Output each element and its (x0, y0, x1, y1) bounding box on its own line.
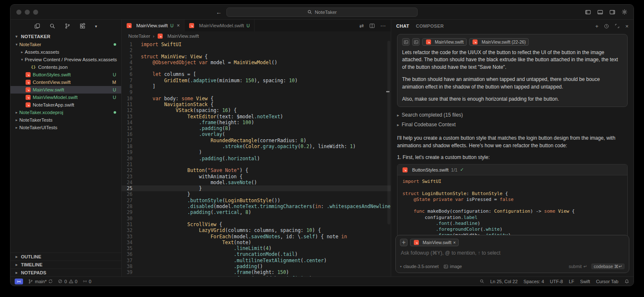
zoom-window-button[interactable] (33, 10, 38, 15)
tree-item-notetaker[interactable]: ▾NoteTaker (10, 41, 121, 48)
section-outline[interactable]: ▸OUTLINE (10, 253, 121, 261)
tree-item-notetakerapp-swift[interactable]: NoteTakerApp.swift (10, 101, 121, 109)
code-line-28[interactable]: 28 .disabled(model.noteText.trimmingChar… (122, 203, 391, 209)
code-line-10[interactable]: 10 var body: some View { (122, 96, 391, 102)
split-editor-icon[interactable] (369, 23, 375, 29)
open-changes-icon[interactable]: ⇄ (359, 23, 364, 29)
tab-composer[interactable]: COMPOSER (416, 23, 444, 29)
encoding-indicator[interactable]: UTF-8 (550, 279, 563, 284)
settings-gear-icon[interactable] (621, 9, 628, 15)
toggle-left-panel-icon[interactable] (585, 9, 591, 15)
git-branch-indicator[interactable]: main* (28, 279, 53, 284)
attachment-pill-mainview-swift-22-26[interactable]: MainView.swift (22-26) (469, 38, 529, 46)
cursor-position-indicator[interactable]: Ln 25, Col 22 (490, 279, 517, 284)
code-line-12[interactable]: 12 VStack(spacing: 16) { (122, 107, 391, 113)
code-line-18[interactable]: 18 .stroke(Color.gray.opacity(0.2), line… (122, 143, 391, 149)
code-line-40[interactable]: 40 .frame(maxWidth: .infinity) (122, 276, 391, 276)
remote-indicator[interactable]: >< (15, 279, 23, 284)
breadcrumb-file[interactable]: MainView.swift (167, 34, 199, 39)
chat-input-placeholder[interactable]: Ask followup (⌘Y), @ to mention, ↑ to se… (401, 250, 625, 256)
editor-tab-mainviewmodel-swift[interactable]: MainViewModel.swiftU (184, 20, 254, 31)
code-line-7[interactable]: 7 GridItem(.adaptive(minimum: 150), spac… (122, 78, 391, 83)
tree-item-contents-json[interactable]: {}Contents.json (10, 63, 121, 71)
chat-history-icon[interactable] (604, 23, 609, 29)
toggle-bottom-panel-icon[interactable] (597, 9, 603, 15)
tree-item-preview-content-preview-assets-xcassets[interactable]: ▾Preview Content / Preview Assets.xcasse… (10, 56, 121, 63)
tree-item-buttonstyles-swift[interactable]: ButtonStyles.swiftU (10, 71, 121, 78)
editor-tab-mainview-swift[interactable]: MainView.swiftU× (122, 20, 184, 31)
ports-indicator[interactable]: 0 (83, 279, 91, 284)
notifications-bell-icon[interactable] (624, 279, 629, 284)
code-line-20[interactable]: 20 .padding(.horizontal) (122, 156, 391, 162)
tree-item-assets-xcassets[interactable]: ▸Assets.xcassets (10, 48, 121, 56)
code-line-19[interactable]: 19 ) (122, 149, 391, 155)
chat-code-block-header[interactable]: ButtonStyles.swift 1/1 ✓ (397, 164, 627, 175)
code-line-33[interactable]: 33 ForEach(model.savedNotes, id: \.self)… (122, 234, 391, 240)
expand-chat-icon[interactable] (615, 23, 620, 29)
minimize-window-button[interactable] (25, 10, 30, 15)
code-line-21[interactable]: 21 (122, 162, 391, 167)
attach-image-button[interactable]: image (444, 264, 462, 269)
sync-icon[interactable] (48, 279, 53, 284)
code-line-23[interactable]: 23 withAnimation { (122, 174, 391, 180)
section-notepads[interactable]: ▸NOTEPADS (10, 268, 121, 276)
code-line-2[interactable]: 2 (122, 47, 391, 53)
code-line-26[interactable]: 26 } (122, 191, 391, 197)
codebase-submit-button[interactable]: codebase ⌘↵ (591, 263, 625, 269)
close-chat-icon[interactable]: × (625, 23, 628, 29)
code-line-36[interactable]: 36 .truncationMode(.tail) (122, 251, 391, 257)
code-line-14[interactable]: 14 .frame(height: 100) (122, 120, 391, 125)
language-mode-indicator[interactable]: Swift (580, 279, 590, 284)
remove-context-icon[interactable]: × (453, 240, 456, 245)
tree-item-notetaker-xcodeproj[interactable]: ▸NoteTaker.xcodeproj (10, 109, 121, 116)
source-control-icon[interactable] (65, 23, 70, 29)
code-line-24[interactable]: 24 model.saveNote() (122, 180, 391, 185)
model-selector[interactable]: ▾ claude-3.5-sonnet (400, 264, 439, 269)
code-line-32[interactable]: 32 LazyVGrid(columns: columns, spacing: … (122, 227, 391, 233)
command-center-search[interactable]: NoteTaker (226, 8, 418, 17)
code-line-15[interactable]: 15 .padding(8) (122, 125, 391, 131)
code-line-22[interactable]: 22 Button("Save Note") { (122, 167, 391, 173)
code-line-3[interactable]: 3struct MainView: View { (122, 54, 391, 60)
code-editor[interactable]: 1import SwiftUI23struct MainView: View {… (122, 41, 391, 276)
attachment-pill-mainview-swift[interactable]: MainView.swift (422, 38, 467, 46)
breadcrumb-project[interactable]: NoteTaker (128, 34, 150, 39)
more-actions-icon[interactable]: ⋯ (380, 23, 386, 29)
zoom-icon[interactable] (480, 279, 484, 284)
code-line-9[interactable]: 9 (122, 89, 391, 95)
code-line-16[interactable]: 16 .overlay( (122, 131, 391, 137)
code-line-6[interactable]: 6 let columns = [ (122, 71, 391, 77)
search-sidebar-icon[interactable] (49, 23, 55, 29)
sidebar-views-chevron-icon[interactable]: ▾ (95, 24, 97, 29)
add-context-button[interactable]: + (400, 239, 408, 246)
tab-chat[interactable]: CHAT (396, 23, 409, 29)
back-button[interactable]: ← (216, 9, 222, 16)
attached-image-icon[interactable] (412, 38, 420, 46)
code-line-37[interactable]: 37 .multilineTextAlignment(.center) (122, 258, 391, 263)
collapsible-search-completed-15-files[interactable]: ▸Search completed (15 files) (397, 112, 628, 118)
code-line-34[interactable]: 34 Text(note) (122, 240, 391, 245)
context-file-pill[interactable]: MainView.swift × (410, 239, 459, 246)
submit-button[interactable]: submit↵ (569, 264, 587, 269)
close-tab-icon[interactable]: × (177, 23, 180, 29)
code-line-29[interactable]: 29 .padding(.vertical, 8) (122, 209, 391, 215)
tree-item-mainviewmodel-swift[interactable]: MainViewModel.swiftU (10, 94, 121, 101)
editor-scrollbar[interactable] (387, 41, 390, 224)
attached-image-icon[interactable] (402, 38, 410, 46)
new-chat-button[interactable]: + (595, 23, 599, 29)
code-line-31[interactable]: 31 ScrollView { (122, 221, 391, 227)
indentation-indicator[interactable]: Spaces: 4 (524, 279, 544, 284)
code-line-5[interactable]: 5 (122, 65, 391, 71)
code-line-8[interactable]: 8 ] (122, 83, 391, 89)
code-line-13[interactable]: 13 TextEditor(text: $model.noteText) (122, 114, 391, 120)
extensions-icon[interactable] (80, 23, 86, 29)
code-line-17[interactable]: 17 RoundedRectangle(cornerRadius: 8) (122, 138, 391, 143)
chat-input-box[interactable]: + MainView.swift × Ask followup (⌘Y), @ … (395, 235, 629, 273)
cursor-tab-indicator[interactable]: Cursor Tab (596, 279, 618, 284)
toggle-right-panel-icon[interactable] (609, 9, 615, 15)
problems-indicator[interactable]: 0 0 (58, 279, 77, 284)
section-timeline[interactable]: ▸TIMELINE (10, 261, 121, 268)
code-line-35[interactable]: 35 .lineLimit(4) (122, 245, 391, 251)
eol-indicator[interactable]: LF (569, 279, 574, 284)
tree-item-notetakertests[interactable]: ▸NoteTakerTests (10, 116, 121, 124)
